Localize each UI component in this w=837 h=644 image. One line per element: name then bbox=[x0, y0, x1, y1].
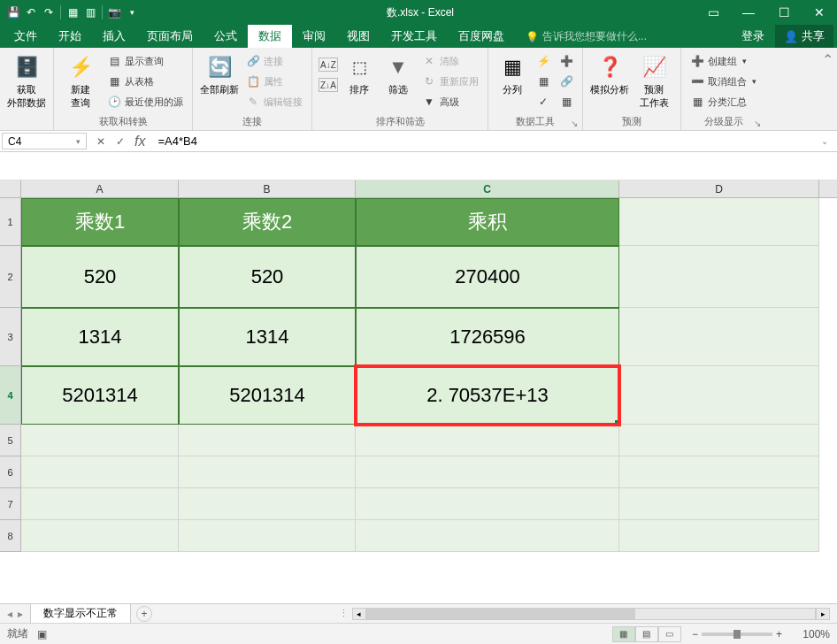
select-all-corner[interactable] bbox=[0, 180, 21, 197]
col-header-d[interactable]: D bbox=[619, 180, 819, 197]
cell-c2[interactable]: 270400 bbox=[356, 246, 619, 308]
filter-button[interactable]: ▼ 筛选 bbox=[380, 51, 417, 113]
cell-c7[interactable] bbox=[356, 488, 619, 520]
hscroll-right-icon[interactable]: ▸ bbox=[816, 608, 830, 620]
save-icon[interactable]: 💾 bbox=[5, 4, 21, 20]
cell-c4[interactable]: 2. 70537E+13 bbox=[356, 366, 619, 425]
row-header-6[interactable]: 6 bbox=[0, 456, 21, 488]
cell-b7[interactable] bbox=[179, 488, 356, 520]
share-button[interactable]: 👤共享 bbox=[775, 25, 833, 48]
new-sheet-button[interactable]: + bbox=[136, 606, 152, 622]
name-box-dropdown-icon[interactable]: ▾ bbox=[76, 137, 81, 146]
cell-b8[interactable] bbox=[179, 520, 356, 552]
cell-b6[interactable] bbox=[179, 456, 356, 488]
view-pagebreak-button[interactable]: ▭ bbox=[658, 626, 681, 642]
cancel-formula-button[interactable]: ✕ bbox=[92, 133, 110, 150]
tab-home[interactable]: 开始 bbox=[48, 25, 92, 48]
fx-icon[interactable]: fx bbox=[131, 134, 149, 150]
horizontal-scrollbar[interactable]: ⋮ ◂ ▸ bbox=[159, 608, 830, 620]
macro-record-icon[interactable]: ▣ bbox=[37, 628, 47, 640]
cell-c6[interactable] bbox=[356, 456, 619, 488]
sort-asc-button[interactable]: A↓Z bbox=[318, 55, 339, 74]
cell-d1[interactable] bbox=[619, 198, 819, 246]
hscroll-thumb[interactable] bbox=[367, 609, 636, 619]
cell-c3[interactable]: 1726596 bbox=[356, 308, 619, 366]
tab-developer[interactable]: 开发工具 bbox=[380, 25, 448, 48]
zoom-level[interactable]: 100% bbox=[786, 628, 830, 640]
cell-d7[interactable] bbox=[619, 488, 819, 520]
cell-b2[interactable]: 520 bbox=[179, 246, 356, 308]
row-header-2[interactable]: 2 bbox=[0, 246, 21, 308]
sheet-nav-last-icon[interactable]: ▸ bbox=[16, 608, 25, 620]
cell-d5[interactable] bbox=[619, 425, 819, 456]
qat-table-icon[interactable]: ▥ bbox=[82, 4, 98, 20]
row-header-5[interactable]: 5 bbox=[0, 425, 21, 456]
new-query-button[interactable]: ⚡ 新建 查询 bbox=[59, 51, 102, 113]
outline-dialog-icon[interactable]: ↘ bbox=[752, 118, 763, 128]
qat-customize-icon[interactable]: ▾ bbox=[124, 4, 140, 20]
cell-c5[interactable] bbox=[356, 425, 619, 456]
tell-me[interactable]: 💡告诉我您想要做什么... bbox=[515, 26, 657, 48]
ungroup-button[interactable]: ➖取消组合▾ bbox=[687, 72, 760, 91]
show-queries-button[interactable]: ▤显示查询 bbox=[104, 51, 187, 71]
cell-b3[interactable]: 1314 bbox=[179, 308, 356, 366]
data-tools-dialog-icon[interactable]: ↘ bbox=[569, 118, 580, 128]
cell-d4[interactable] bbox=[619, 366, 819, 425]
flash-fill-button[interactable]: ⚡ bbox=[533, 51, 554, 71]
cell-d2[interactable] bbox=[619, 246, 819, 308]
recent-sources-button[interactable]: 🕑最近使用的源 bbox=[104, 92, 187, 111]
tab-layout[interactable]: 页面布局 bbox=[136, 25, 203, 48]
maximize-button[interactable]: ☐ bbox=[766, 0, 802, 25]
formula-bar[interactable]: =A4*B4 ⌄ bbox=[152, 131, 837, 151]
row-header-8[interactable]: 8 bbox=[0, 520, 21, 552]
cell-b4[interactable]: 5201314 bbox=[179, 366, 356, 425]
col-header-b[interactable]: B bbox=[179, 180, 356, 197]
zoom-out-button[interactable]: − bbox=[692, 628, 698, 640]
sort-button[interactable]: ⬚ 排序 bbox=[341, 51, 378, 113]
zoom-in-button[interactable]: + bbox=[776, 628, 782, 640]
collapse-ribbon-icon[interactable]: ⌃ bbox=[822, 51, 833, 68]
minimize-button[interactable]: — bbox=[731, 0, 766, 25]
whatif-button[interactable]: ❓ 模拟分析 bbox=[588, 51, 631, 113]
cell-b5[interactable] bbox=[179, 425, 356, 456]
refresh-all-button[interactable]: 🔄 全部刷新 bbox=[198, 51, 241, 113]
close-button[interactable]: ✕ bbox=[802, 0, 837, 25]
row-header-7[interactable]: 7 bbox=[0, 488, 21, 520]
col-header-c[interactable]: C bbox=[356, 180, 619, 197]
tab-file[interactable]: 文件 bbox=[4, 25, 48, 48]
view-layout-button[interactable]: ▤ bbox=[635, 626, 658, 642]
cell-a8[interactable] bbox=[21, 520, 179, 552]
qat-camera-icon[interactable]: 📷 bbox=[106, 4, 122, 20]
remove-dup-button[interactable]: ▦ bbox=[533, 72, 554, 91]
cell-d3[interactable] bbox=[619, 308, 819, 366]
undo-icon[interactable]: ↶ bbox=[23, 4, 39, 20]
tab-baidu[interactable]: 百度网盘 bbox=[448, 25, 515, 48]
from-table-button[interactable]: ▦从表格 bbox=[104, 72, 187, 91]
zoom-slider[interactable] bbox=[702, 632, 772, 636]
connections-button[interactable]: 🔗连接 bbox=[242, 51, 306, 71]
row-header-3[interactable]: 3 bbox=[0, 308, 21, 366]
sheet-nav-first-icon[interactable]: ◂ bbox=[5, 608, 14, 620]
cell-a6[interactable] bbox=[21, 456, 179, 488]
sheet-tab-1[interactable]: 数字显示不正常 bbox=[30, 603, 131, 625]
row-header-1[interactable]: 1 bbox=[0, 198, 21, 246]
name-box[interactable]: C4▾ bbox=[2, 133, 87, 150]
data-validation-button[interactable]: ✓ bbox=[533, 92, 554, 111]
subtotal-button[interactable]: ▦分类汇总 bbox=[687, 92, 760, 111]
cell-b1[interactable]: 乘数2 bbox=[179, 198, 356, 246]
tab-formula[interactable]: 公式 bbox=[203, 25, 248, 48]
cell-d6[interactable] bbox=[619, 456, 819, 488]
col-header-a[interactable]: A bbox=[21, 180, 179, 197]
hscroll-left-icon[interactable]: ◂ bbox=[352, 608, 366, 620]
accept-formula-button[interactable]: ✓ bbox=[111, 133, 129, 150]
relationships-button[interactable]: 🔗 bbox=[556, 72, 577, 91]
cell-c8[interactable] bbox=[356, 520, 619, 552]
cell-a5[interactable] bbox=[21, 425, 179, 456]
sort-desc-button[interactable]: Z↓A bbox=[318, 75, 339, 95]
redo-icon[interactable]: ↷ bbox=[41, 4, 57, 20]
formula-expand-icon[interactable]: ⌄ bbox=[818, 136, 832, 146]
cell-c1[interactable]: 乘积 bbox=[356, 198, 619, 246]
cell-a7[interactable] bbox=[21, 488, 179, 520]
row-header-4[interactable]: 4 bbox=[0, 366, 21, 425]
cell-a4[interactable]: 5201314 bbox=[21, 366, 179, 425]
